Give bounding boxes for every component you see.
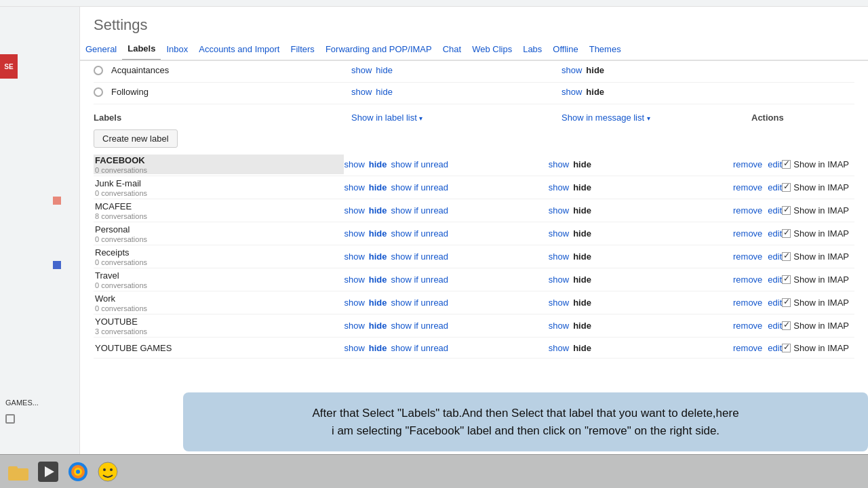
label-msg-show-2[interactable]: show [549, 205, 569, 216]
tab-filters[interactable]: Filters [285, 39, 319, 60]
create-new-label-button[interactable]: Create new label [94, 129, 178, 148]
firefox-icon[interactable] [65, 459, 91, 485]
label-hide-7[interactable]: hide [369, 321, 387, 331]
label-imap-checkbox-6[interactable]: ✓ [782, 298, 791, 307]
label-imap-checkbox-3[interactable]: ✓ [782, 229, 791, 238]
tab-webclips[interactable]: Web Clips [467, 39, 517, 60]
label-imap-checkbox-2[interactable]: ✓ [782, 206, 791, 215]
label-remove-8[interactable]: remove [733, 343, 762, 353]
label-show-4[interactable]: show [344, 251, 364, 262]
label-hide-5[interactable]: hide [369, 274, 387, 285]
label-msg-show-5[interactable]: show [549, 274, 569, 285]
label-hide-6[interactable]: hide [369, 298, 387, 308]
label-hide-4[interactable]: hide [369, 251, 387, 262]
label-imap-checkbox-5[interactable]: ✓ [782, 275, 791, 284]
following-show[interactable]: show [351, 87, 372, 97]
tab-labels[interactable]: Labels [122, 38, 161, 61]
label-show-7[interactable]: show [344, 321, 364, 331]
label-remove-0[interactable]: remove [733, 159, 762, 169]
smiley-icon[interactable] [95, 459, 121, 485]
label-name-3[interactable]: Personal [94, 224, 344, 235]
media-player-icon[interactable] [35, 459, 61, 485]
label-imap-checkbox-4[interactable]: ✓ [782, 252, 791, 261]
label-name-7[interactable]: YOUTUBE [94, 316, 344, 327]
label-showifunread-6[interactable]: show if unread [391, 298, 449, 308]
acquaintances-hide[interactable]: hide [376, 65, 393, 75]
label-hide-8[interactable]: hide [369, 343, 387, 353]
tab-inbox[interactable]: Inbox [161, 39, 193, 60]
label-edit-7[interactable]: edit [768, 321, 782, 331]
label-name-6[interactable]: Work [94, 293, 344, 304]
label-show-3[interactable]: show [344, 228, 364, 239]
label-edit-1[interactable]: edit [768, 182, 782, 192]
label-remove-2[interactable]: remove [733, 205, 762, 216]
tab-forwarding[interactable]: Forwarding and POP/IMAP [320, 39, 437, 60]
label-show-8[interactable]: show [344, 343, 364, 353]
label-showifunread-5[interactable]: show if unread [391, 274, 449, 285]
label-msg-show-4[interactable]: show [549, 251, 569, 262]
tab-chat[interactable]: Chat [437, 39, 467, 60]
label-edit-0[interactable]: edit [768, 159, 782, 169]
label-name-1[interactable]: Junk E-mail [94, 178, 344, 189]
label-imap-checkbox-8[interactable]: ✓ [782, 344, 791, 352]
label-name-0[interactable]: FACEBOOK [94, 155, 344, 166]
label-msg-show-3[interactable]: show [549, 228, 569, 239]
tab-offline[interactable]: Offline [547, 39, 583, 60]
label-show-0[interactable]: show [344, 159, 364, 169]
label-name-2[interactable]: MCAFEE [94, 201, 344, 212]
label-remove-4[interactable]: remove [733, 251, 762, 262]
tab-accounts[interactable]: Accounts and Import [193, 39, 285, 60]
label-showifunread-4[interactable]: show if unread [391, 251, 449, 262]
tab-general[interactable]: General [80, 39, 122, 60]
label-edit-5[interactable]: edit [768, 274, 782, 285]
radio-following[interactable] [94, 87, 103, 97]
label-hide-0[interactable]: hide [369, 159, 387, 169]
label-edit-3[interactable]: edit [768, 228, 782, 239]
acquaintances-msg-show[interactable]: show [561, 65, 582, 75]
label-show-1[interactable]: show [344, 182, 364, 192]
label-remove-3[interactable]: remove [733, 228, 762, 239]
label-showifunread-7[interactable]: show if unread [391, 321, 449, 331]
label-remove-5[interactable]: remove [733, 274, 762, 285]
label-showifunread-2[interactable]: show if unread [391, 205, 449, 216]
label-showifunread-8[interactable]: show if unread [391, 343, 449, 353]
label-show-2[interactable]: show [344, 205, 364, 216]
label-imap-checkbox-1[interactable]: ✓ [782, 183, 791, 192]
acquaintances-show[interactable]: show [351, 65, 372, 75]
following-msg-show[interactable]: show [561, 87, 582, 97]
label-showifunread-3[interactable]: show if unread [391, 228, 449, 239]
games-label[interactable]: GAMES... [5, 399, 39, 407]
tab-labs[interactable]: Labs [517, 39, 547, 60]
label-name-5[interactable]: Travel [94, 270, 344, 281]
folder-icon[interactable] [5, 459, 31, 485]
label-msg-show-7[interactable]: show [549, 321, 569, 331]
label-showifunread-1[interactable]: show if unread [391, 182, 449, 192]
label-msg-show-8[interactable]: show [549, 343, 569, 353]
label-msg-show-0[interactable]: show [549, 159, 569, 169]
label-show-5[interactable]: show [344, 274, 364, 285]
label-msg-show-1[interactable]: show [549, 182, 569, 192]
label-name-8[interactable]: YOUTUBE GAMES [94, 342, 344, 354]
label-hide-1[interactable]: hide [369, 182, 387, 192]
label-imap-checkbox-0[interactable]: ✓ [782, 160, 791, 169]
label-imap-checkbox-7[interactable]: ✓ [782, 321, 791, 330]
label-hide-2[interactable]: hide [369, 205, 387, 216]
label-msg-show-6[interactable]: show [549, 298, 569, 308]
label-edit-2[interactable]: edit [768, 205, 782, 216]
compose-button-partial[interactable]: SE [0, 54, 18, 79]
radio-acquaintances[interactable] [94, 66, 103, 75]
label-edit-4[interactable]: edit [768, 251, 782, 262]
label-remove-7[interactable]: remove [733, 321, 762, 331]
label-show-6[interactable]: show [344, 298, 364, 308]
label-edit-6[interactable]: edit [768, 298, 782, 308]
label-hide-3[interactable]: hide [369, 228, 387, 239]
label-edit-8[interactable]: edit [768, 343, 782, 353]
tab-themes[interactable]: Themes [584, 39, 627, 60]
following-hide[interactable]: hide [376, 87, 393, 97]
header-show-message-list[interactable]: Show in message list ▾ [561, 113, 751, 123]
label-remove-6[interactable]: remove [733, 298, 762, 308]
header-show-label-list[interactable]: Show in label list ▾ [351, 113, 561, 123]
label-remove-1[interactable]: remove [733, 182, 762, 192]
label-showifunread-0[interactable]: show if unread [391, 159, 449, 169]
label-name-4[interactable]: Receipts [94, 247, 344, 258]
